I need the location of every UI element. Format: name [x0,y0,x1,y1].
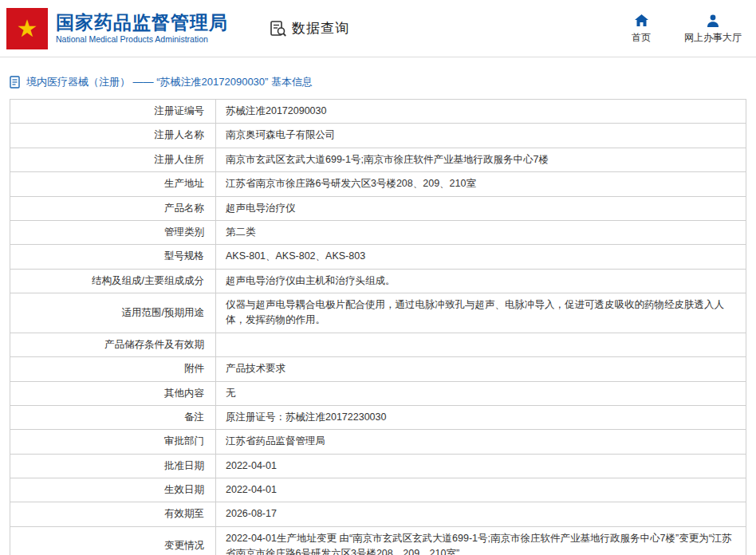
row-value: AKS-801、AKS-802、AKS-803 [216,245,746,269]
nav-item-label: 首页 [632,31,651,45]
table-row: 产品名称 超声电导治疗仪 [10,196,746,220]
table-row: 结构及组成/主要组成成分 超声电导治疗仪由主机和治疗头组成。 [10,269,746,293]
nmpa-logo[interactable]: ★ 国家药品监督管理局 National Medical Products Ad… [6,8,228,49]
table-row: 管理类别 第二类 [10,220,746,244]
page-header: ★ 国家药品监督管理局 National Medical Products Ad… [0,0,756,57]
row-label: 注册证编号 [10,100,216,124]
row-label: 变更情况 [10,526,216,555]
row-label: 适用范围/预期用途 [10,293,216,333]
row-value: 仪器与超声电导耦合电极片配合使用，通过电脉冲致孔与超声、电脉冲导入，促进可透皮吸… [216,293,746,333]
row-value: 江苏省南京市徐庄路6号研发六区3号楼208、209、210室 [216,172,746,196]
data-query-tab[interactable]: 数据查询 [270,19,349,37]
row-label: 生效日期 [10,478,216,502]
row-label: 备注 [10,405,216,429]
row-label: 型号规格 [10,245,216,269]
row-label: 注册人名称 [10,124,216,148]
row-value [216,333,746,356]
row-value: 2026-08-17 [216,502,746,526]
row-value: 南京奥珂森电子有限公司 [216,124,746,148]
org-name-cn: 国家药品监督管理局 [56,11,228,34]
row-label: 管理类别 [10,220,216,244]
row-label: 结构及组成/主要组成成分 [10,269,216,293]
registration-info-table: 注册证编号 苏械注准20172090030 注册人名称 南京奥珂森电子有限公司 … [10,99,746,555]
row-value: 江苏省药品监督管理局 [216,430,746,454]
row-value: 2022-04-01 [216,478,746,502]
table-row: 产品储存条件及有效期 [10,333,746,356]
table-row: 批准日期 2022-04-01 [10,454,746,478]
row-label: 生产地址 [10,172,216,196]
national-emblem-icon: ★ [6,8,48,49]
table-row: 备注 原注册证号：苏械注准20172230030 [10,405,746,429]
row-value: 2022-04-01生产地址变更 由“南京市玄武区玄武大道699-1号;南京市徐… [216,526,746,555]
row-label: 产品名称 [10,196,216,220]
table-row: 有效期至 2026-08-17 [10,502,746,526]
home-icon [635,13,648,27]
row-value: 超声电导治疗仪 [216,196,746,220]
row-value: 南京市玄武区玄武大道699-1号;南京市徐庄软件产业基地行政服务中心7楼 [216,148,746,171]
row-label: 批准日期 [10,454,216,478]
row-label: 注册人住所 [10,148,216,171]
table-row: 注册人住所 南京市玄武区玄武大道699-1号;南京市徐庄软件产业基地行政服务中心… [10,148,746,171]
data-query-label: 数据查询 [292,19,349,37]
nav-item-home[interactable]: 首页 [625,13,657,45]
row-value: 产品技术要求 [216,357,746,381]
table-row: 注册证编号 苏械注准20172090030 [10,100,746,124]
table-row: 审批部门 江苏省药品监督管理局 [10,430,746,454]
table-row: 适用范围/预期用途 仪器与超声电导耦合电极片配合使用，通过电脉冲致孔与超声、电脉… [10,293,746,333]
row-value: 2022-04-01 [216,454,746,478]
page-title: 境内医疗器械（注册） —— “苏械注准20172090030” 基本信息 [26,75,313,89]
row-label: 附件 [10,357,216,381]
row-value: 原注册证号：苏械注准20172230030 [216,405,746,429]
nav-item-label: 网上办事大厅 [684,31,742,45]
row-value: 第二类 [216,220,746,244]
row-value: 无 [216,381,746,405]
table-row: 附件 产品技术要求 [10,357,746,381]
table-row: 生效日期 2022-04-01 [10,478,746,502]
table-row: 注册人名称 南京奥珂森电子有限公司 [10,124,746,148]
row-label: 有效期至 [10,502,216,526]
table-row: 其他内容 无 [10,381,746,405]
row-value: 苏械注准20172090030 [216,100,746,124]
table-row: 生产地址 江苏省南京市徐庄路6号研发六区3号楼208、209、210室 [10,172,746,196]
data-query-icon [270,20,287,37]
table-row: 型号规格 AKS-801、AKS-802、AKS-803 [10,245,746,269]
nav-item-service-hall[interactable]: 网上办事大厅 [684,13,742,45]
person-icon [707,13,719,27]
table-row: 变更情况 2022-04-01生产地址变更 由“南京市玄武区玄武大道699-1号… [10,526,746,555]
row-label: 产品储存条件及有效期 [10,333,216,356]
org-name-en: National Medical Products Administration [56,34,228,45]
document-icon [10,76,22,89]
row-label: 审批部门 [10,430,216,454]
row-value: 超声电导治疗仪由主机和治疗头组成。 [216,269,746,293]
header-nav: 首页 网上办事大厅 [625,13,742,45]
row-label: 其他内容 [10,381,216,405]
breadcrumb: 境内医疗器械（注册） —— “苏械注准20172090030” 基本信息 [0,57,756,99]
